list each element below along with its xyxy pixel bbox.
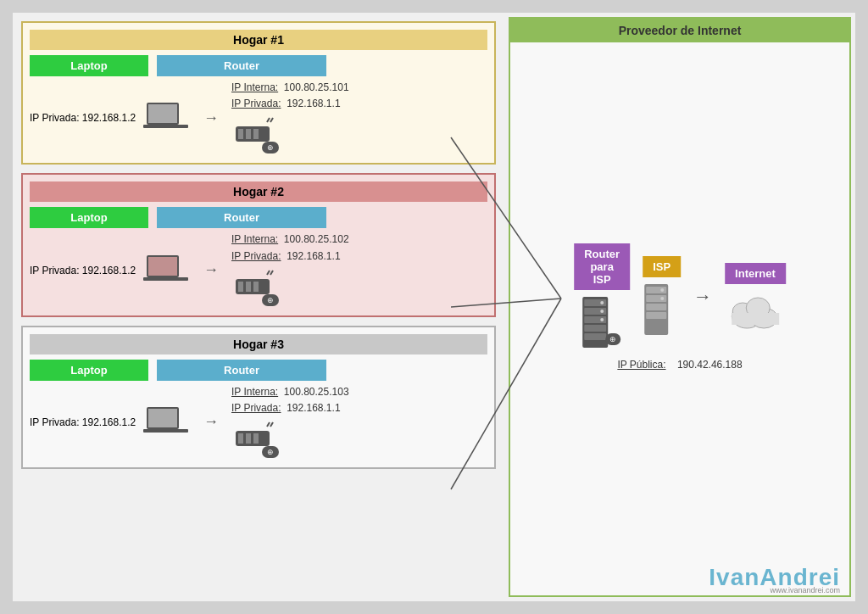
home1-router-icon-area: ⊕ bbox=[231, 114, 282, 156]
home1-router-label: Router bbox=[157, 55, 326, 76]
svg-rect-58 bbox=[732, 313, 779, 325]
left-panel: Hogar #1 Laptop Router IP Privada: 192.1… bbox=[13, 13, 504, 601]
internet-block: Internet bbox=[725, 263, 786, 332]
svg-line-30 bbox=[270, 422, 273, 427]
svg-rect-2 bbox=[143, 125, 188, 128]
svg-rect-40 bbox=[585, 325, 607, 332]
isp-server-icon bbox=[643, 282, 681, 338]
svg-rect-17 bbox=[253, 282, 259, 292]
home3-device-row: Laptop Router bbox=[30, 360, 487, 381]
svg-text:⊕: ⊕ bbox=[610, 335, 617, 343]
svg-rect-1 bbox=[148, 104, 177, 123]
home3-ip-privada-label: IP Privada: 192.168.1.2 bbox=[30, 416, 136, 428]
isp-devices-row: Router para ISP bbox=[574, 243, 786, 350]
svg-line-7 bbox=[267, 118, 270, 122]
svg-rect-50 bbox=[646, 304, 666, 310]
home1-laptop-icon bbox=[142, 101, 189, 135]
ip-publica-row: IP Pública: 190.42.46.188 bbox=[617, 359, 742, 371]
svg-rect-27 bbox=[246, 433, 251, 444]
svg-line-19 bbox=[270, 271, 273, 275]
svg-rect-26 bbox=[238, 433, 243, 444]
home-box-2: Hogar #2 Laptop Router IP Privada: 192.1… bbox=[21, 173, 496, 316]
home2-content: IP Privada: 192.168.1.2 → IP Interna: 10… bbox=[30, 232, 487, 308]
home2-router-label: Router bbox=[157, 207, 326, 228]
home1-arrow: → bbox=[203, 109, 219, 127]
home1-ip-privada-label: IP Privada: 192.168.1.2 bbox=[30, 112, 136, 124]
right-panel: Proveedor de Internet Router para ISP bbox=[509, 17, 851, 597]
home1-router-section: IP Interna: 100.80.25.101 IP Privada: 19… bbox=[231, 80, 487, 156]
svg-rect-24 bbox=[143, 429, 188, 433]
svg-text:⊕: ⊕ bbox=[267, 448, 274, 456]
home1-content: IP Privada: 192.168.1.2 → IP Inter bbox=[30, 80, 487, 156]
server-rack-icon: ⊕ bbox=[579, 295, 626, 350]
isp-label: ISP bbox=[643, 256, 681, 277]
svg-rect-41 bbox=[585, 333, 607, 340]
home3-router-section: IP Interna: 100.80.25.103 IP Privada: 19… bbox=[231, 384, 487, 460]
home3-laptop-icon-area: IP Privada: 192.168.1.2 bbox=[30, 405, 189, 439]
home3-laptop-icon bbox=[142, 405, 189, 439]
svg-rect-12 bbox=[148, 257, 177, 276]
home2-ip-privada-label: IP Privada: 192.168.1.2 bbox=[30, 265, 136, 276]
svg-point-53 bbox=[660, 297, 664, 300]
home1-title: Hogar #1 bbox=[30, 30, 487, 50]
home2-router-ip-info: IP Interna: 100.80.25.102 IP Privada: 19… bbox=[231, 232, 349, 264]
ip-publica-label: IP Pública: bbox=[617, 359, 665, 371]
svg-rect-23 bbox=[148, 409, 177, 427]
home1-laptop-label: Laptop bbox=[30, 55, 148, 76]
ip-publica-value: 190.42.46.188 bbox=[677, 359, 743, 371]
svg-line-8 bbox=[270, 118, 273, 122]
svg-point-52 bbox=[660, 288, 664, 292]
home1-laptop-section: IP Privada: 192.168.1.2 bbox=[30, 101, 199, 135]
svg-rect-28 bbox=[253, 433, 259, 444]
home2-router-icon: ⊕ bbox=[231, 266, 282, 309]
svg-point-43 bbox=[601, 310, 604, 313]
home2-laptop-icon bbox=[142, 254, 189, 287]
home-box-1: Hogar #1 Laptop Router IP Privada: 192.1… bbox=[21, 21, 496, 165]
home-box-3: Hogar #3 Laptop Router IP Privada: 192.1… bbox=[21, 326, 496, 469]
svg-point-42 bbox=[601, 301, 604, 304]
home3-title: Hogar #3 bbox=[30, 334, 487, 354]
home1-router-ip-info: IP Interna: 100.80.25.101 IP Privada: 19… bbox=[231, 80, 349, 112]
svg-text:⊕: ⊕ bbox=[267, 296, 274, 304]
home3-router-label: Router bbox=[157, 360, 326, 381]
home2-arrow: → bbox=[203, 261, 219, 279]
internet-cloud-icon bbox=[726, 289, 785, 332]
isp-to-internet-arrow: → bbox=[693, 286, 712, 308]
internet-label: Internet bbox=[725, 263, 786, 284]
svg-text:⊕: ⊕ bbox=[267, 143, 274, 152]
brand-url: www.ivanandrei.com bbox=[770, 586, 840, 594]
home3-laptop-label: Laptop bbox=[30, 360, 148, 381]
isp-content: Router para ISP bbox=[574, 243, 786, 371]
home2-router-section: IP Interna: 100.80.25.102 IP Privada: 19… bbox=[231, 232, 487, 308]
home3-arrow: → bbox=[203, 413, 219, 431]
svg-rect-15 bbox=[238, 282, 243, 292]
home2-laptop-section: IP Privada: 192.168.1.2 bbox=[30, 254, 199, 287]
home3-router-icon-area: ⊕ bbox=[231, 418, 282, 460]
main-container: Hogar #1 Laptop Router IP Privada: 192.1… bbox=[13, 13, 855, 601]
svg-rect-6 bbox=[253, 129, 259, 139]
home3-laptop-section: IP Privada: 192.168.1.2 bbox=[30, 405, 199, 439]
home3-content: IP Privada: 192.168.1.2 → IP Interna: 10… bbox=[30, 384, 487, 460]
svg-point-44 bbox=[601, 318, 604, 321]
home1-device-row: Laptop Router bbox=[30, 55, 487, 76]
svg-rect-51 bbox=[646, 312, 666, 319]
home2-title: Hogar #2 bbox=[30, 181, 487, 202]
home3-router-icon: ⊕ bbox=[231, 418, 282, 460]
home2-laptop-label: Laptop bbox=[30, 207, 148, 228]
isp-panel-title: Proveedor de Internet bbox=[510, 19, 849, 42]
svg-line-29 bbox=[267, 422, 270, 427]
home2-router-icon-area: ⊕ bbox=[231, 266, 282, 309]
home1-router-icon: ⊕ bbox=[231, 114, 282, 156]
isp-block: ISP bbox=[643, 256, 681, 338]
svg-line-18 bbox=[267, 271, 270, 275]
svg-rect-4 bbox=[238, 129, 243, 139]
svg-rect-16 bbox=[246, 282, 251, 292]
router-isp-icons: ⊕ bbox=[579, 295, 626, 350]
home3-router-ip-info: IP Interna: 100.80.25.103 IP Privada: 19… bbox=[231, 384, 349, 416]
svg-rect-5 bbox=[246, 129, 251, 139]
home2-laptop-icon-area: IP Privada: 192.168.1.2 bbox=[30, 254, 189, 287]
home2-device-row: Laptop Router bbox=[30, 207, 487, 228]
home1-laptop-icon-area: IP Privada: 192.168.1.2 bbox=[30, 101, 189, 135]
svg-rect-13 bbox=[143, 277, 188, 281]
router-isp-label: Router para ISP bbox=[574, 243, 630, 290]
